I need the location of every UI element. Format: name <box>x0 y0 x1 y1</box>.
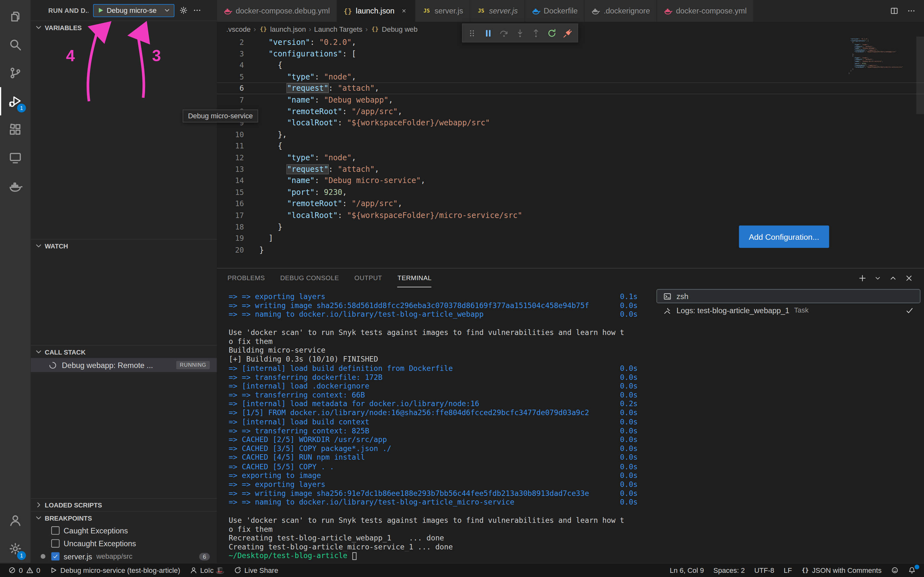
pause-button[interactable] <box>480 25 496 41</box>
activity-bar: 1 1 <box>0 0 31 563</box>
tab-.dockerignore[interactable]: .dockerignore <box>585 0 657 22</box>
close-icon[interactable] <box>905 274 913 282</box>
language-mode[interactable]: {} JSON with Comments <box>796 564 886 577</box>
activity-search[interactable] <box>0 31 31 59</box>
call-stack-session[interactable]: Debug webapp: Remote ... RUNNING <box>31 358 217 372</box>
breakpoint-item[interactable]: Uncaught Exceptions <box>31 537 217 550</box>
activity-explorer[interactable] <box>0 2 31 31</box>
terminal-output[interactable]: => => exporting layers0.1s=> => writing … <box>217 287 653 563</box>
editor-scrollbar[interactable] <box>916 37 924 114</box>
step-over-button[interactable] <box>496 25 512 41</box>
plus-icon[interactable] <box>858 274 867 282</box>
tab-docker-compose.yml[interactable]: docker-compose.yml <box>657 0 754 22</box>
eol[interactable]: LF <box>779 564 796 577</box>
breadcrumb-label: Debug web <box>382 25 418 33</box>
step-out-button[interactable] <box>528 25 544 41</box>
checkbox[interactable] <box>51 552 60 561</box>
panel-tab-output[interactable]: OUTPUT <box>355 269 382 287</box>
panel-tab-problems[interactable]: PROBLEMS <box>228 269 265 287</box>
encoding[interactable]: UTF-8 <box>750 564 779 577</box>
split-editor-icon[interactable] <box>890 6 899 15</box>
feedback[interactable] <box>886 564 903 577</box>
breadcrumb-separator: › <box>254 25 256 33</box>
add-configuration-button[interactable]: Add Configuration... <box>739 226 829 248</box>
notification-dot <box>915 564 919 569</box>
code-line-12: 12 "type": "node", <box>217 152 924 163</box>
checkbox[interactable] <box>51 526 60 535</box>
gear-icon[interactable] <box>179 6 188 15</box>
tab-launch.json[interactable]: {}launch.json <box>337 0 416 22</box>
more-icon[interactable] <box>193 6 202 15</box>
activity-extensions[interactable] <box>0 115 31 143</box>
terminal-list-item[interactable]: zsh <box>656 289 921 303</box>
run-debug-sidebar: RUN AND D... Debug micro-se VARIABLES <box>31 0 217 563</box>
editor-body: 2 "version": "0.2.0",3 "configurations":… <box>217 37 924 268</box>
terminal-line: => CACHED [4/5] RUN npm install0.0s <box>229 453 653 462</box>
terminal-line: => => naming to docker.io/library/test-b… <box>229 310 653 319</box>
tools-icon <box>663 306 672 315</box>
breakpoint-item[interactable]: server.jswebapp/src6 <box>31 550 217 563</box>
breadcrumb-separator: › <box>365 25 368 33</box>
panel-tab-row: PROBLEMSDEBUG CONSOLEOUTPUTTERMINAL <box>228 269 447 287</box>
step-into-button[interactable] <box>512 25 528 41</box>
tab-server.js[interactable]: JSserver.js <box>416 0 470 22</box>
feedback-icon <box>891 566 899 574</box>
account-status[interactable]: Loïc 🎩 <box>185 564 229 577</box>
terminal-line: Use 'docker scan' to run Snyk tests agai… <box>229 328 653 337</box>
activity-docker[interactable] <box>0 172 31 200</box>
breadcrumb-item[interactable]: Launch Targets <box>314 25 362 33</box>
problems-status[interactable]: 0 0 <box>3 564 45 577</box>
activity-accounts[interactable] <box>0 506 31 535</box>
chevron-down-icon[interactable] <box>874 274 882 282</box>
indentation[interactable]: Spaces: 2 <box>709 564 750 577</box>
tab-server.js[interactable]: JSserver.js <box>470 0 525 22</box>
terminal-line: o fix them <box>229 524 653 533</box>
debug-config-dropdown[interactable]: Debug micro-se <box>93 4 174 17</box>
chevron-down-icon <box>163 6 171 14</box>
breakpoint-item[interactable]: Caught Exceptions <box>31 524 217 537</box>
disconnect-button[interactable] <box>560 25 576 41</box>
terminal-line: => exporting to image0.0s <box>229 471 653 480</box>
activity-badge: 1 <box>17 551 26 560</box>
section-variables[interactable]: VARIABLES <box>31 21 217 33</box>
restart-button[interactable] <box>544 25 560 41</box>
tab-Dockerfile[interactable]: Dockerfile <box>525 0 585 22</box>
minimap[interactable]: "version": "0.2.0", "configurations": [ … <box>849 38 915 74</box>
section-watch[interactable]: WATCH <box>31 239 217 252</box>
code-editor[interactable]: 2 "version": "0.2.0",3 "configurations":… <box>217 37 924 256</box>
panel-tab-terminal[interactable]: TERMINAL <box>397 269 432 287</box>
breadcrumb-item[interactable]: {}launch.json <box>259 25 306 34</box>
call-stack-label: Debug webapp: Remote ... <box>62 361 153 370</box>
code-line-10: 10 }, <box>217 129 924 140</box>
activity-run-debug[interactable]: 1 <box>0 87 31 115</box>
terminal-line: o fix them <box>229 337 653 346</box>
terminal-item-suffix: Task <box>794 306 809 314</box>
more-icon[interactable] <box>907 6 916 15</box>
debug-status[interactable]: Debug micro-service (test-blog-article) <box>45 564 185 577</box>
start-debug-icon[interactable] <box>97 6 104 14</box>
code-line-4: 4 { <box>217 60 924 71</box>
section-loaded-scripts[interactable]: LOADED SCRIPTS <box>31 498 217 511</box>
panel-tab-debug-console[interactable]: DEBUG CONSOLE <box>280 269 339 287</box>
breadcrumb-item[interactable]: .vscode <box>226 25 250 33</box>
section-call-stack[interactable]: CALL STACK <box>31 345 217 358</box>
js-icon: JS <box>422 6 431 15</box>
chevron-up-icon[interactable] <box>889 274 898 282</box>
breadcrumb-item[interactable]: {}Debug web <box>371 25 417 34</box>
activity-settings[interactable]: 1 <box>0 535 31 563</box>
tab-docker-compose.debug.yml[interactable]: docker-compose.debug.yml <box>217 0 337 22</box>
activity-source-control[interactable] <box>0 59 31 87</box>
close-icon[interactable] <box>399 6 409 15</box>
cursor-position[interactable]: Ln 6, Col 9 <box>665 564 709 577</box>
section-breakpoints[interactable]: BREAKPOINTS <box>31 511 217 524</box>
live-share-status[interactable]: Live Share <box>229 564 283 577</box>
section-label: LOADED SCRIPTS <box>45 501 102 508</box>
panel-tabbar: PROBLEMSDEBUG CONSOLEOUTPUTTERMINAL <box>217 269 924 287</box>
breakpoints-list: Caught ExceptionsUncaught Exceptionsserv… <box>31 524 217 563</box>
terminal-list-item[interactable]: Logs: test-blog-article_webapp_1Task <box>656 303 921 318</box>
activity-remote-explorer[interactable] <box>0 143 31 172</box>
checkbox[interactable] <box>51 539 60 548</box>
docker-icon <box>8 179 23 193</box>
breadcrumb-label: launch.json <box>270 25 306 33</box>
notifications[interactable] <box>903 564 921 577</box>
